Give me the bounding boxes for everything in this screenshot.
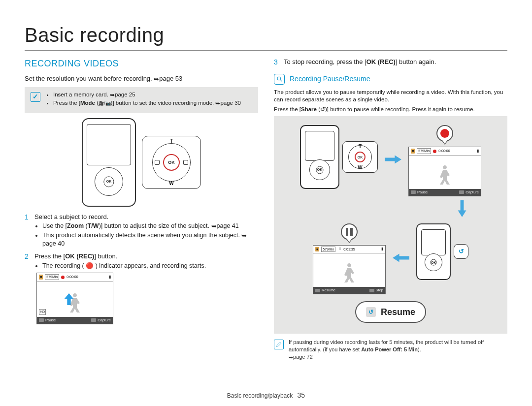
- ok-rec-button-icon: OK: [355, 152, 366, 162]
- ok-button-icon: OK: [316, 166, 323, 174]
- softkey-pause: Pause: [417, 190, 428, 195]
- s3-pre: To stop recording, press the [: [284, 58, 366, 65]
- step-number: 3: [274, 58, 280, 67]
- page-ref-arrow-icon: ➥: [110, 92, 115, 99]
- resume-pill-label: Resume: [381, 306, 415, 318]
- page-ref-arrow-icon: ➥: [241, 232, 247, 240]
- lcd-preview-recording: ■ 579Min 0:00:00 ▮: [408, 147, 481, 196]
- s1b1-pre: Use the [: [42, 222, 67, 229]
- right-column: 3 To stop recording, press the [OK (REC)…: [274, 58, 507, 361]
- stby-chip-icon: ■: [411, 149, 415, 153]
- magnifier-icon: [274, 74, 285, 85]
- svg-line-1: [280, 80, 282, 82]
- device-illustration-row: OK T OK W: [25, 118, 258, 207]
- flow-arrow-down-icon: [456, 200, 468, 219]
- subsection-header: Recording Pause/Resume: [274, 74, 507, 85]
- footnote-ref: page 72: [293, 354, 313, 360]
- camcorder-outline: OK: [416, 223, 451, 280]
- section-heading: RECORDING VIDEOS: [25, 58, 258, 69]
- battery-icon: ▮: [381, 247, 383, 252]
- lcd-scene: HD: [37, 281, 113, 317]
- s2-post: ] button.: [94, 252, 117, 260]
- softkey-icon: [91, 318, 96, 322]
- memory-remaining: 579Min: [417, 148, 431, 154]
- dpad-ring-icon: OK: [152, 143, 191, 182]
- step-1: 1 Select a subject to record. Use the [Z…: [25, 213, 258, 249]
- camcorder-screen: [87, 124, 131, 165]
- rec-time: 0:00:00: [66, 275, 78, 279]
- lcd-preview-recording: ■ 579Min 0:00:00 ▮ HD: [36, 273, 113, 324]
- share-button-callout-icon: ↺: [454, 244, 468, 259]
- intro-ref: page 53: [159, 75, 182, 82]
- page-ref-arrow-icon: ➥: [154, 75, 159, 84]
- rec-state-block: ■ 579Min 0:00:00 ▮: [408, 125, 481, 196]
- memory-remaining: 579Min: [321, 247, 335, 252]
- subsection-desc-1: The product allows you to pause temporar…: [274, 89, 507, 104]
- sd2-mid: (: [317, 106, 320, 112]
- battery-icon: ▮: [109, 275, 111, 280]
- camcorder-outline: OK: [82, 118, 136, 207]
- stby-chip-icon: ■: [39, 275, 43, 279]
- note2-pre: Press the [: [53, 100, 80, 106]
- step1-bullet1: Use the [Zoom (T/W)] button to adjust th…: [42, 222, 258, 230]
- softkey-stop: Stop: [376, 288, 383, 293]
- prerequisite-note: ✓ Insert a memory card. ➥page 25 Press t…: [25, 87, 258, 113]
- resume-pill-icon: ↺: [366, 307, 376, 317]
- page-footer: Basic recording/playback 35: [0, 391, 532, 400]
- left-column: RECORDING VIDEOS Set the resolution you …: [25, 58, 258, 361]
- record-dot-icon: [440, 129, 449, 138]
- pause-state-block: ■ 579Min ⏸ 0:01:35 ▮: [313, 223, 386, 295]
- page-ref-arrow-icon: ➥: [289, 354, 293, 361]
- step-3: 3 To stop recording, press the [OK (REC)…: [274, 58, 507, 67]
- softkey-pause: Pause: [45, 318, 56, 323]
- softkey-icon: [39, 318, 44, 322]
- video-photo-mode-icon: 🎥/📷: [99, 101, 111, 106]
- page-ref-arrow-icon: ➥: [215, 100, 220, 108]
- lcd-preview-paused: ■ 579Min ⏸ 0:01:35 ▮: [313, 245, 386, 295]
- footnote: If pausing during video recording lasts …: [274, 339, 507, 361]
- subject-silhouette-icon: [435, 162, 455, 187]
- note2-ref: page 30: [220, 100, 241, 106]
- rec-dot-icon: [433, 150, 436, 153]
- note-bullet-1: Insert a memory card. ➥page 25: [53, 91, 241, 99]
- step-number: 1: [25, 213, 31, 249]
- rec-time: 0:01:35: [343, 247, 355, 251]
- pause-resume-diagram: OK T OK W: [274, 116, 507, 334]
- note2-mid: (: [95, 100, 99, 106]
- share-label: Share: [301, 106, 317, 112]
- svg-point-0: [277, 77, 281, 81]
- ok-rec-label: OK (REC): [366, 58, 396, 65]
- stby-chip-icon: ■: [315, 247, 319, 251]
- mode-label: Mode: [80, 100, 95, 106]
- zoom-w-label: W: [358, 164, 362, 171]
- step-number: 2: [25, 252, 31, 324]
- ok-rec-button-icon: OK: [163, 154, 180, 171]
- flow-arrow-left-icon: [393, 252, 409, 266]
- page-ref-arrow-icon: ➥: [211, 222, 217, 231]
- footer-section: Basic recording/playback: [227, 392, 293, 399]
- dpad-icon: OK: [309, 159, 330, 180]
- step2-text: Press the [OK (REC)] button.: [34, 252, 258, 261]
- subject-silhouette-icon: [65, 290, 85, 315]
- battery-icon: ▮: [477, 149, 479, 154]
- share-glyph-icon: ↺: [320, 106, 325, 112]
- dpad-icon: OK: [95, 167, 123, 196]
- camcorder-outline: OK: [300, 125, 339, 189]
- s1b1-ref: page 41: [217, 222, 239, 229]
- softkey-capture: Capture: [466, 190, 479, 195]
- hd-badge: HD: [39, 309, 46, 314]
- dpad-callout: T OK W: [142, 136, 201, 189]
- record-bubble-icon: [436, 125, 453, 142]
- note-pencil-icon: [274, 340, 284, 349]
- dpad-callout: T OK W: [342, 141, 378, 173]
- zoom-w-label: W: [169, 180, 173, 187]
- tw-label: T/W: [88, 222, 99, 229]
- subject-silhouette-icon: [339, 260, 359, 285]
- step-2: 2 Press the [OK (REC)] button. The recor…: [25, 252, 258, 324]
- intro-text: Set the resolution you want before recor…: [25, 74, 258, 83]
- step1-text: Select a subject to record.: [34, 213, 258, 221]
- note2-post: )] button to set the video recording mod…: [111, 100, 216, 106]
- s1b2-pre: This product automatically detects the s…: [42, 232, 241, 239]
- rec-dot-icon: [61, 276, 65, 279]
- note1-pre: Insert a memory card.: [53, 92, 110, 97]
